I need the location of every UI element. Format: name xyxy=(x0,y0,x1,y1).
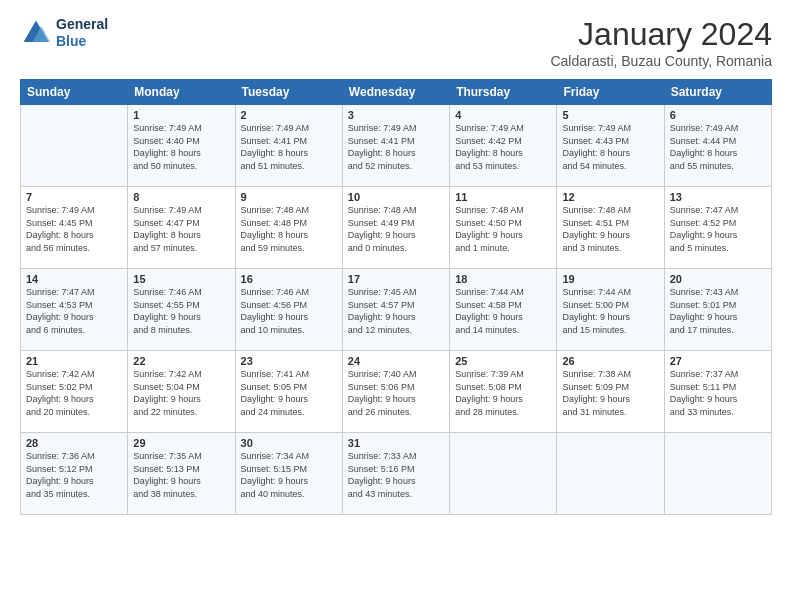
day-number: 18 xyxy=(455,273,551,285)
calendar-cell: 12Sunrise: 7:48 AM Sunset: 4:51 PM Dayli… xyxy=(557,187,664,269)
day-info: Sunrise: 7:47 AM Sunset: 4:53 PM Dayligh… xyxy=(26,286,122,336)
calendar-cell: 10Sunrise: 7:48 AM Sunset: 4:49 PM Dayli… xyxy=(342,187,449,269)
calendar-cell: 22Sunrise: 7:42 AM Sunset: 5:04 PM Dayli… xyxy=(128,351,235,433)
calendar-cell: 3Sunrise: 7:49 AM Sunset: 4:41 PM Daylig… xyxy=(342,105,449,187)
calendar-cell: 4Sunrise: 7:49 AM Sunset: 4:42 PM Daylig… xyxy=(450,105,557,187)
day-number: 15 xyxy=(133,273,229,285)
day-info: Sunrise: 7:48 AM Sunset: 4:51 PM Dayligh… xyxy=(562,204,658,254)
day-info: Sunrise: 7:46 AM Sunset: 4:56 PM Dayligh… xyxy=(241,286,337,336)
calendar-cell: 26Sunrise: 7:38 AM Sunset: 5:09 PM Dayli… xyxy=(557,351,664,433)
day-number: 9 xyxy=(241,191,337,203)
calendar-cell: 24Sunrise: 7:40 AM Sunset: 5:06 PM Dayli… xyxy=(342,351,449,433)
logo-general: General xyxy=(56,16,108,32)
calendar-cell: 14Sunrise: 7:47 AM Sunset: 4:53 PM Dayli… xyxy=(21,269,128,351)
day-info: Sunrise: 7:34 AM Sunset: 5:15 PM Dayligh… xyxy=(241,450,337,500)
day-number: 1 xyxy=(133,109,229,121)
weekday-row: SundayMondayTuesdayWednesdayThursdayFrid… xyxy=(21,80,772,105)
day-info: Sunrise: 7:38 AM Sunset: 5:09 PM Dayligh… xyxy=(562,368,658,418)
calendar-subtitle: Caldarasti, Buzau County, Romania xyxy=(550,53,772,69)
logo-text: General Blue xyxy=(56,16,108,50)
day-number: 11 xyxy=(455,191,551,203)
day-info: Sunrise: 7:46 AM Sunset: 4:55 PM Dayligh… xyxy=(133,286,229,336)
day-number: 14 xyxy=(26,273,122,285)
weekday-header: Sunday xyxy=(21,80,128,105)
day-info: Sunrise: 7:44 AM Sunset: 4:58 PM Dayligh… xyxy=(455,286,551,336)
calendar-cell: 2Sunrise: 7:49 AM Sunset: 4:41 PM Daylig… xyxy=(235,105,342,187)
weekday-header: Tuesday xyxy=(235,80,342,105)
calendar-cell: 19Sunrise: 7:44 AM Sunset: 5:00 PM Dayli… xyxy=(557,269,664,351)
day-info: Sunrise: 7:33 AM Sunset: 5:16 PM Dayligh… xyxy=(348,450,444,500)
day-info: Sunrise: 7:42 AM Sunset: 5:02 PM Dayligh… xyxy=(26,368,122,418)
day-info: Sunrise: 7:44 AM Sunset: 5:00 PM Dayligh… xyxy=(562,286,658,336)
day-number: 21 xyxy=(26,355,122,367)
day-info: Sunrise: 7:48 AM Sunset: 4:49 PM Dayligh… xyxy=(348,204,444,254)
day-number: 20 xyxy=(670,273,766,285)
day-number: 4 xyxy=(455,109,551,121)
calendar-cell: 28Sunrise: 7:36 AM Sunset: 5:12 PM Dayli… xyxy=(21,433,128,515)
day-number: 7 xyxy=(26,191,122,203)
calendar-cell: 20Sunrise: 7:43 AM Sunset: 5:01 PM Dayli… xyxy=(664,269,771,351)
calendar-table: SundayMondayTuesdayWednesdayThursdayFrid… xyxy=(20,79,772,515)
weekday-header: Thursday xyxy=(450,80,557,105)
logo: General Blue xyxy=(20,16,108,50)
day-info: Sunrise: 7:37 AM Sunset: 5:11 PM Dayligh… xyxy=(670,368,766,418)
day-number: 29 xyxy=(133,437,229,449)
weekday-header: Monday xyxy=(128,80,235,105)
calendar-header: SundayMondayTuesdayWednesdayThursdayFrid… xyxy=(21,80,772,105)
day-number: 31 xyxy=(348,437,444,449)
day-info: Sunrise: 7:49 AM Sunset: 4:41 PM Dayligh… xyxy=(348,122,444,172)
calendar-title: January 2024 xyxy=(550,16,772,53)
day-number: 26 xyxy=(562,355,658,367)
day-number: 19 xyxy=(562,273,658,285)
day-info: Sunrise: 7:42 AM Sunset: 5:04 PM Dayligh… xyxy=(133,368,229,418)
calendar-cell: 18Sunrise: 7:44 AM Sunset: 4:58 PM Dayli… xyxy=(450,269,557,351)
calendar-cell xyxy=(21,105,128,187)
day-info: Sunrise: 7:43 AM Sunset: 5:01 PM Dayligh… xyxy=(670,286,766,336)
calendar-cell: 30Sunrise: 7:34 AM Sunset: 5:15 PM Dayli… xyxy=(235,433,342,515)
day-info: Sunrise: 7:49 AM Sunset: 4:44 PM Dayligh… xyxy=(670,122,766,172)
logo-icon xyxy=(20,17,52,49)
calendar-cell: 29Sunrise: 7:35 AM Sunset: 5:13 PM Dayli… xyxy=(128,433,235,515)
calendar-week-row: 7Sunrise: 7:49 AM Sunset: 4:45 PM Daylig… xyxy=(21,187,772,269)
day-number: 17 xyxy=(348,273,444,285)
calendar-cell: 13Sunrise: 7:47 AM Sunset: 4:52 PM Dayli… xyxy=(664,187,771,269)
calendar-cell: 9Sunrise: 7:48 AM Sunset: 4:48 PM Daylig… xyxy=(235,187,342,269)
calendar-cell: 5Sunrise: 7:49 AM Sunset: 4:43 PM Daylig… xyxy=(557,105,664,187)
calendar-cell: 6Sunrise: 7:49 AM Sunset: 4:44 PM Daylig… xyxy=(664,105,771,187)
calendar-cell: 25Sunrise: 7:39 AM Sunset: 5:08 PM Dayli… xyxy=(450,351,557,433)
day-number: 3 xyxy=(348,109,444,121)
logo-blue: Blue xyxy=(56,33,86,49)
calendar-week-row: 14Sunrise: 7:47 AM Sunset: 4:53 PM Dayli… xyxy=(21,269,772,351)
calendar-week-row: 21Sunrise: 7:42 AM Sunset: 5:02 PM Dayli… xyxy=(21,351,772,433)
calendar-cell: 27Sunrise: 7:37 AM Sunset: 5:11 PM Dayli… xyxy=(664,351,771,433)
calendar-page: General Blue January 2024 Caldarasti, Bu… xyxy=(0,0,792,612)
day-number: 27 xyxy=(670,355,766,367)
day-number: 6 xyxy=(670,109,766,121)
day-info: Sunrise: 7:48 AM Sunset: 4:48 PM Dayligh… xyxy=(241,204,337,254)
day-number: 5 xyxy=(562,109,658,121)
title-block: January 2024 Caldarasti, Buzau County, R… xyxy=(550,16,772,69)
day-info: Sunrise: 7:49 AM Sunset: 4:41 PM Dayligh… xyxy=(241,122,337,172)
calendar-cell: 21Sunrise: 7:42 AM Sunset: 5:02 PM Dayli… xyxy=(21,351,128,433)
calendar-body: 1Sunrise: 7:49 AM Sunset: 4:40 PM Daylig… xyxy=(21,105,772,515)
day-info: Sunrise: 7:49 AM Sunset: 4:43 PM Dayligh… xyxy=(562,122,658,172)
day-number: 25 xyxy=(455,355,551,367)
day-info: Sunrise: 7:49 AM Sunset: 4:45 PM Dayligh… xyxy=(26,204,122,254)
calendar-cell: 17Sunrise: 7:45 AM Sunset: 4:57 PM Dayli… xyxy=(342,269,449,351)
day-info: Sunrise: 7:49 AM Sunset: 4:40 PM Dayligh… xyxy=(133,122,229,172)
calendar-cell: 16Sunrise: 7:46 AM Sunset: 4:56 PM Dayli… xyxy=(235,269,342,351)
day-info: Sunrise: 7:49 AM Sunset: 4:42 PM Dayligh… xyxy=(455,122,551,172)
day-number: 16 xyxy=(241,273,337,285)
day-number: 22 xyxy=(133,355,229,367)
day-number: 12 xyxy=(562,191,658,203)
weekday-header: Wednesday xyxy=(342,80,449,105)
calendar-cell: 23Sunrise: 7:41 AM Sunset: 5:05 PM Dayli… xyxy=(235,351,342,433)
day-info: Sunrise: 7:49 AM Sunset: 4:47 PM Dayligh… xyxy=(133,204,229,254)
day-number: 8 xyxy=(133,191,229,203)
day-info: Sunrise: 7:41 AM Sunset: 5:05 PM Dayligh… xyxy=(241,368,337,418)
day-info: Sunrise: 7:45 AM Sunset: 4:57 PM Dayligh… xyxy=(348,286,444,336)
calendar-week-row: 28Sunrise: 7:36 AM Sunset: 5:12 PM Dayli… xyxy=(21,433,772,515)
day-info: Sunrise: 7:47 AM Sunset: 4:52 PM Dayligh… xyxy=(670,204,766,254)
calendar-week-row: 1Sunrise: 7:49 AM Sunset: 4:40 PM Daylig… xyxy=(21,105,772,187)
day-info: Sunrise: 7:48 AM Sunset: 4:50 PM Dayligh… xyxy=(455,204,551,254)
